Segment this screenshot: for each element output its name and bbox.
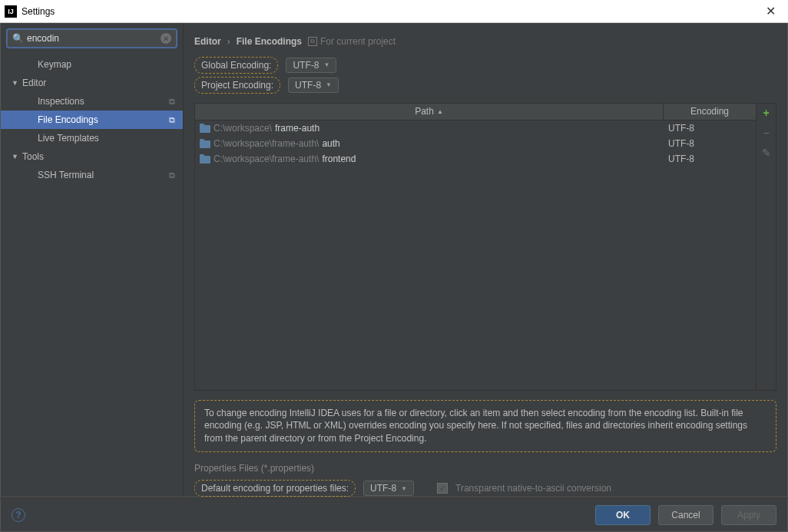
sidebar-item-label: Editor	[22, 78, 46, 88]
project-encoding-select[interactable]: UTF-8 ▼	[288, 78, 339, 93]
project-encoding-label: Project Encoding:	[194, 77, 280, 94]
global-encoding-label: Global Encoding:	[194, 57, 278, 74]
breadcrumb-seg: Editor	[194, 36, 221, 47]
apply-button[interactable]: Apply	[721, 505, 776, 525]
app-icon: IJ	[5, 5, 17, 18]
remove-button[interactable]: −	[760, 127, 773, 139]
sidebar-item-label: Live Templates	[38, 133, 99, 144]
search-input[interactable]	[27, 33, 161, 44]
project-scope-icon: ⧉	[169, 97, 175, 107]
sidebar-item-live-templates[interactable]: Live Templates	[1, 129, 183, 147]
button-label: Apply	[737, 510, 760, 520]
column-label: Encoding	[690, 106, 729, 117]
scope-text: For current project	[320, 36, 396, 47]
search-field-wrap[interactable]: 🔍 ✕	[7, 29, 177, 48]
breadcrumb-seg: File Encodings	[237, 36, 302, 47]
chevron-down-icon: ▼	[12, 153, 19, 160]
select-value: UTF-8	[295, 80, 321, 91]
properties-default-encoding-select[interactable]: UTF-8 ▼	[363, 481, 414, 496]
help-icon[interactable]: ?	[12, 508, 25, 522]
properties-default-encoding-label: Default encoding for properties files:	[194, 480, 356, 497]
title-bar: IJ Settings ✕	[0, 0, 788, 23]
edit-button[interactable]: ✎	[760, 147, 773, 159]
sidebar-item-label: Inspections	[38, 96, 84, 107]
window-title: Settings	[22, 6, 55, 17]
chevron-down-icon: ▼	[326, 81, 332, 88]
column-header-encoding[interactable]: Encoding	[664, 104, 756, 120]
settings-content: Editor › File Encodings ⧉ For current pr…	[184, 23, 787, 497]
transparent-ascii-checkbox[interactable]: ✓	[437, 483, 448, 494]
button-label: OK	[616, 510, 630, 520]
project-scope-icon: ⧉	[169, 115, 175, 125]
path-prefix: C:\workspace\frame-auth\	[214, 154, 319, 164]
column-header-path[interactable]: Path ▲	[195, 104, 664, 120]
sidebar-item-tools[interactable]: ▼Tools	[1, 147, 183, 166]
ok-button[interactable]: OK	[595, 505, 651, 525]
select-value: UTF-8	[370, 483, 396, 494]
chevron-right-icon: ›	[227, 36, 230, 47]
clear-search-icon[interactable]: ✕	[161, 33, 171, 44]
breadcrumb: Editor › File Encodings ⧉ For current pr…	[194, 31, 776, 52]
global-encoding-select[interactable]: UTF-8 ▼	[286, 58, 336, 73]
settings-sidebar: 🔍 ✕ Keymap ▼Editor Inspections ⧉ File En…	[1, 23, 184, 497]
chevron-down-icon: ▼	[12, 79, 19, 87]
folder-icon	[200, 124, 210, 133]
sidebar-item-inspections[interactable]: Inspections ⧉	[1, 92, 183, 111]
row-encoding[interactable]: UTF-8	[664, 138, 756, 149]
sidebar-item-keymap[interactable]: Keymap	[1, 55, 183, 74]
project-scope-icon: ⧉	[169, 170, 175, 180]
table-row[interactable]: C:\workspace\frame-auth\auth UTF-8	[195, 136, 756, 151]
path-name: frame-auth	[275, 123, 320, 134]
sidebar-item-label: SSH Terminal	[38, 170, 94, 180]
encoding-table: Path ▲ Encoding C:\workspace\frame-auth …	[194, 103, 776, 391]
sort-asc-icon: ▲	[437, 108, 443, 115]
table-header: Path ▲ Encoding	[195, 104, 756, 121]
path-name: frontend	[322, 154, 356, 164]
path-prefix: C:\workspace\frame-auth\	[214, 138, 319, 149]
sidebar-item-ssh-terminal[interactable]: SSH Terminal ⧉	[1, 166, 183, 184]
select-value: UTF-8	[293, 60, 319, 71]
transparent-ascii-label: Transparent native-to-ascii conversion	[455, 483, 611, 494]
scope-badge: ⧉ For current project	[308, 36, 396, 47]
path-prefix: C:\workspace\	[214, 123, 272, 134]
row-encoding[interactable]: UTF-8	[664, 123, 756, 134]
sidebar-item-label: File Encodings	[38, 114, 98, 125]
add-button[interactable]: +	[760, 107, 773, 119]
dialog-footer: ? OK Cancel Apply	[0, 497, 788, 532]
table-row[interactable]: C:\workspace\frame-auth\frontend UTF-8	[195, 151, 756, 167]
chevron-down-icon: ▼	[323, 61, 329, 68]
cancel-button[interactable]: Cancel	[658, 505, 714, 525]
button-label: Cancel	[671, 510, 700, 520]
path-name: auth	[322, 138, 339, 149]
sidebar-item-editor[interactable]: ▼Editor	[1, 74, 183, 92]
sidebar-item-file-encodings[interactable]: File Encodings ⧉	[1, 111, 183, 129]
settings-tree: Keymap ▼Editor Inspections ⧉ File Encodi…	[1, 52, 183, 184]
folder-icon	[200, 154, 210, 164]
project-scope-icon: ⧉	[308, 37, 317, 46]
table-row[interactable]: C:\workspace\frame-auth UTF-8	[195, 121, 756, 136]
close-icon[interactable]: ✕	[761, 4, 780, 18]
column-label: Path	[415, 106, 434, 117]
search-icon: 🔍	[12, 33, 24, 44]
sidebar-item-label: Keymap	[38, 59, 71, 70]
info-note: To change encoding IntelliJ IDEA uses fo…	[194, 400, 776, 452]
chevron-down-icon: ▼	[401, 485, 407, 492]
folder-icon	[200, 139, 210, 148]
properties-section-title: Properties Files (*.properties)	[194, 463, 776, 474]
sidebar-item-label: Tools	[22, 151, 44, 162]
row-encoding[interactable]: UTF-8	[664, 154, 756, 164]
